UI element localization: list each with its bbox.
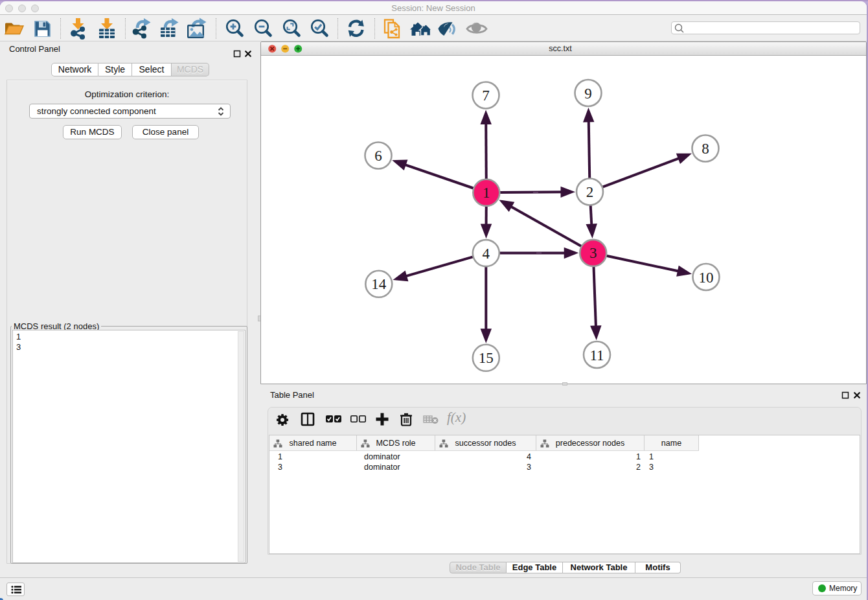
svg-text:2: 2 xyxy=(586,184,594,200)
svg-text:1: 1 xyxy=(483,185,490,201)
svg-text:7: 7 xyxy=(482,87,490,104)
svg-text:3: 3 xyxy=(589,245,597,261)
svg-text:9: 9 xyxy=(584,86,592,102)
svg-text:15: 15 xyxy=(479,350,494,366)
svg-text:10: 10 xyxy=(699,270,714,286)
svg-text:14: 14 xyxy=(371,276,387,292)
svg-text:4: 4 xyxy=(483,246,490,262)
svg-text:6: 6 xyxy=(374,148,382,164)
svg-text:8: 8 xyxy=(702,141,709,157)
svg-text:11: 11 xyxy=(589,347,604,363)
